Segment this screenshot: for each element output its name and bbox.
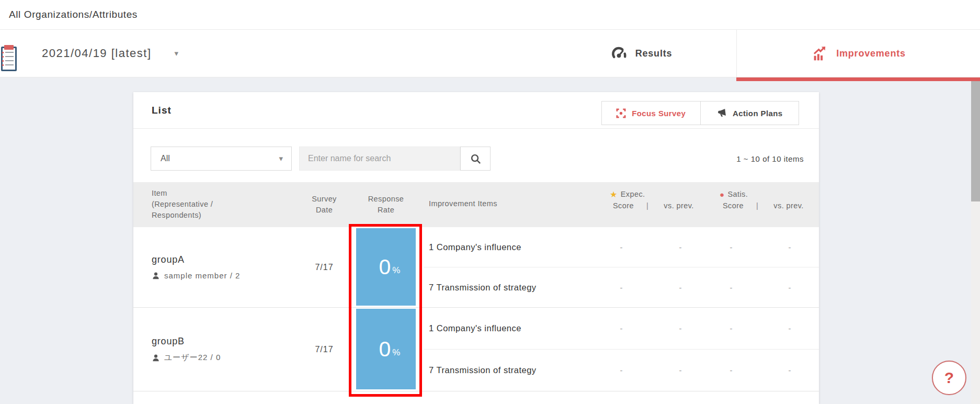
satis-score-value: - (721, 267, 742, 307)
expec-score-value: - (611, 308, 632, 349)
satis-vs-prev-value: - (779, 227, 800, 267)
list-card: List Focus Survey Acti (133, 92, 819, 404)
list-item: 1 Company's influence - - - - (424, 227, 819, 267)
group-name: groupA (152, 254, 240, 265)
tab-improvements-label: Improvements (836, 48, 906, 59)
page-title: List (152, 92, 172, 129)
satis-score-value: - (721, 227, 742, 267)
response-rate-cell: 0 % (356, 309, 416, 389)
clipboard-icon (1, 47, 17, 71)
items-count: 1 ~ 10 of 10 items (736, 147, 804, 171)
chart-up-icon (811, 45, 828, 62)
list-item: 1 Company's influence - - - - (424, 308, 819, 349)
expec-score-value: - (611, 350, 632, 391)
search-button[interactable] (460, 147, 491, 171)
person-icon (152, 272, 160, 280)
survey-date-selector[interactable]: 2021/04/19 [latest] ▾ (42, 30, 178, 77)
tab-results-label: Results (635, 48, 673, 59)
column-header-survey-date: Survey Date (301, 194, 348, 216)
response-rate-cell: 0 % (356, 228, 416, 306)
selected-survey-date: 2021/04/19 [latest] (42, 47, 152, 60)
action-plans-button[interactable]: Action Plans (701, 102, 799, 125)
table-row: groupB ユーザー22 / 0 7/17 0 % 1 Company's i… (133, 308, 819, 391)
expec-vs-prev-value: - (670, 267, 691, 307)
list-item: 7 Transmission of strategy - - - - (424, 267, 819, 307)
column-header-improvement-items: Improvement Items (429, 199, 497, 208)
action-plans-label: Action Plans (733, 109, 783, 118)
megaphone-icon (716, 108, 727, 118)
filter-dropdown[interactable]: All ▾ (151, 147, 292, 171)
expec-vs-prev-value: - (670, 227, 691, 267)
group-cell: groupA sample member / 2 (152, 227, 240, 307)
improvement-items: 1 Company's influence - - - - 7 Transmis… (424, 227, 819, 307)
list-item: 7 Transmission of strategy - - - - (424, 349, 819, 391)
tab-results[interactable]: Results (548, 30, 736, 77)
satis-score-value: - (721, 350, 742, 391)
scrollbar-thumb[interactable] (971, 81, 980, 201)
help-button[interactable]: ? (932, 361, 966, 395)
satis-dot-icon: ● (720, 189, 724, 200)
chevron-down-icon: ▾ (279, 154, 283, 163)
expec-vs-prev-value: - (670, 350, 691, 391)
focus-survey-button[interactable]: Focus Survey (602, 102, 701, 125)
table-row: groupA sample member / 2 7/17 0 % 1 Comp… (133, 227, 819, 308)
improvement-items: 1 Company's influence - - - - 7 Transmis… (424, 308, 819, 391)
expec-score-value: - (611, 267, 632, 307)
app-viewport: All Organizations/Attributes 2021/04/19 … (0, 0, 980, 404)
search-icon (470, 153, 482, 165)
satis-vs-prev-value: - (779, 267, 800, 307)
group-cell: groupB ユーザー22 / 0 (152, 308, 221, 391)
group-members: ユーザー22 / 0 (164, 353, 221, 363)
active-tab-underline (736, 77, 980, 81)
expec-vs-prev-value: - (670, 308, 691, 349)
tab-bar: 2021/04/19 [latest] ▾ Results Improvemen… (0, 30, 980, 77)
expec-score-value: - (611, 227, 632, 267)
breadcrumb: All Organizations/Attributes (9, 9, 138, 20)
column-header-item: Item (Representative / Respondents) (152, 188, 213, 221)
filter-dropdown-value: All (161, 154, 170, 163)
column-header-satis: ● Satis. Score | vs. prev. (717, 189, 813, 211)
survey-date-cell: 7/17 (301, 308, 348, 391)
column-header-response-rate: Response Rate (357, 194, 415, 216)
gauge-icon (611, 46, 627, 61)
card-actions: Focus Survey Action Plans (601, 101, 799, 125)
person-icon (152, 354, 160, 362)
vertical-scrollbar[interactable] (971, 81, 980, 404)
card-header: List Focus Survey Acti (133, 92, 819, 129)
satis-score-value: - (721, 308, 742, 349)
table-header: Item (Representative / Respondents) Surv… (133, 182, 819, 227)
survey-date-cell: 7/17 (301, 227, 348, 307)
top-bar: All Organizations/Attributes (0, 0, 980, 30)
star-icon: ★ (610, 189, 618, 200)
focus-icon (616, 108, 626, 118)
focus-survey-label: Focus Survey (632, 109, 686, 118)
group-name: groupB (152, 336, 221, 347)
satis-vs-prev-value: - (779, 350, 800, 391)
column-header-expec: ★ Expec. Score | vs. prev. (608, 189, 703, 211)
group-members: sample member / 2 (164, 271, 240, 280)
satis-vs-prev-value: - (779, 308, 800, 349)
chevron-down-icon: ▾ (175, 49, 179, 58)
search-input[interactable] (299, 147, 460, 171)
question-icon: ? (944, 369, 954, 387)
tab-improvements[interactable]: Improvements (737, 30, 980, 77)
